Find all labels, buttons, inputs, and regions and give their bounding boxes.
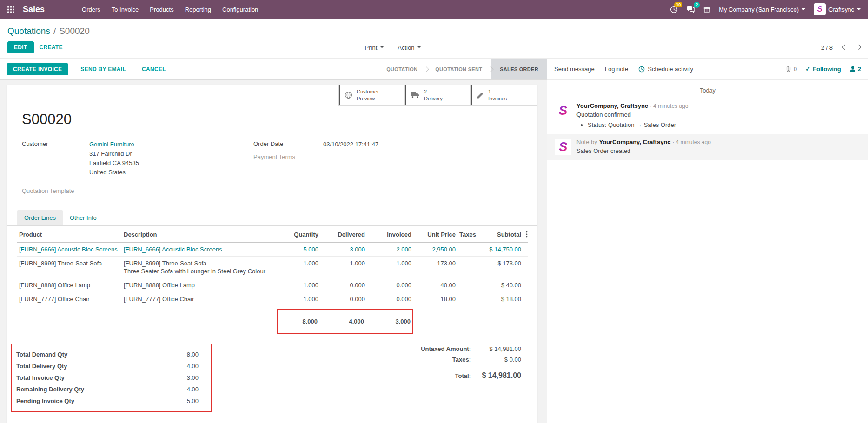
summary-row: Total Invoice Qty3.00 [16,372,199,383]
message-body: Sales Order created [576,147,711,154]
menu-reporting[interactable]: Reporting [180,3,216,16]
breadcrumb: Quotations / S00020 [0,19,868,36]
company-name: My Company (San Francisco) [719,6,799,13]
activities-badge: 10 [674,2,682,8]
col-unit-price: Unit Price [413,227,457,243]
following-toggle[interactable]: ✓ Following [805,66,841,73]
table-row[interactable]: [FURN_8888] Office Lamp [FURN_8888] Offi… [17,278,528,292]
cell-description: [FURN_7777] Office Chair [122,292,278,306]
table-row[interactable]: [FURN_6666] Acoustic Bloc Screens [FURN_… [17,242,528,256]
cell-description: [FURN_8888] Office Lamp [122,278,278,292]
invoices-button[interactable]: 1Invoices [471,85,537,105]
tab-order-lines[interactable]: Order Lines [17,210,63,225]
message-body: Quotation confirmed [576,111,688,118]
cell-unit-price: 18.00 [413,292,457,306]
action-buttons-row: EDIT CREATE Print Action 2 / 8 [0,36,868,58]
pager-previous-icon[interactable] [842,45,847,50]
total-delivered: 4.000 [319,318,366,325]
menu-products[interactable]: Products [145,3,178,16]
tab-other-info[interactable]: Other Info [63,210,104,225]
statusbar: CREATE INVOICE SEND BY EMAIL CANCEL QUOT… [0,59,547,80]
create-button[interactable]: CREATE [34,42,68,53]
messages-badge: 2 [694,2,700,8]
column-totals-row: 8.000 4.000 3.000 [17,309,527,334]
control-panel: Quotations / S00020 EDIT CREATE Print Ac… [0,19,868,58]
delivery-button[interactable]: 2Delivery [405,85,471,105]
apps-menu-icon[interactable] [7,6,14,13]
order-lines-table: Product Description Quantity Delivered I… [17,227,528,306]
table-row[interactable]: [FURN_8999] Three-Seat Sofa [FURN_8999] … [17,256,528,278]
cell-taxes [457,256,479,278]
cell-quantity: 5.000 [278,242,320,256]
menu-orders[interactable]: Orders [77,3,105,16]
form-sheet: CustomerPreview 2Delivery 1Invoices S000… [7,85,537,423]
cell-delivered: 0.000 [320,292,367,306]
customer-country: United States [89,169,126,176]
company-menu[interactable]: My Company (San Francisco) [719,6,805,13]
check-icon: ✓ [805,66,810,73]
message-detail: Status: Quotation → Sales Order [588,121,688,128]
table-header-row: Product Description Quantity Delivered I… [17,227,528,243]
cell-quantity: 1.000 [278,278,320,292]
send-by-email-button[interactable]: SEND BY EMAIL [75,64,132,75]
followers-button[interactable]: 2 [849,66,861,73]
edit-button[interactable]: EDIT [7,41,34,53]
breadcrumb-current: S00020 [59,26,90,36]
summary-row: Total Demand Qty8.00 [16,349,199,360]
cancel-button[interactable]: CANCEL [136,64,172,75]
cell-product: [FURN_6666] Acoustic Bloc Screens [17,242,122,256]
status-quotation-sent[interactable]: QUOTATION SENT [427,59,490,79]
customer-preview-button[interactable]: CustomerPreview [339,85,405,105]
status-quotation[interactable]: QUOTATION [378,59,426,79]
summary-row: Pending Invoice Qty5.00 [16,395,199,407]
col-product: Product [17,227,122,243]
sheet-background: CustomerPreview 2Delivery 1Invoices S000… [0,80,547,423]
chatter-note: S Note by YourCompany, Craftsync · 4 min… [547,134,868,160]
table-row[interactable]: [FURN_7777] Office Chair [FURN_7777] Off… [17,292,528,306]
attachments-button[interactable]: 0 [785,66,797,73]
untaxed-amount-label: Untaxed Amount: [421,345,471,352]
messages-icon[interactable]: 2 [686,6,695,13]
schedule-activity-button[interactable]: Schedule activity [638,66,693,73]
send-message-button[interactable]: Send message [554,66,595,73]
pager-value[interactable]: 2 / 8 [821,44,833,51]
order-info: Customer Gemini Furniture 317 Fairchild … [22,140,522,195]
clock-icon [638,66,645,73]
create-invoice-button[interactable]: CREATE INVOICE [7,63,68,75]
pager-next-icon[interactable] [856,45,861,50]
cell-delivered: 1.000 [320,256,367,278]
user-menu[interactable]: S Craftsync [814,3,861,15]
summary-row: Total Delivery Qty4.00 [16,360,199,372]
cell-description: [FURN_6666] Acoustic Bloc Screens [122,242,278,256]
customer-street: 317 Fairchild Dr [89,150,132,157]
payment-terms-label: Payment Terms [253,153,323,160]
breadcrumb-quotations[interactable]: Quotations [7,26,50,36]
total-quantity: 8.000 [278,318,319,325]
gift-icon[interactable] [703,6,710,13]
cell-unit-price: 2,950.00 [413,242,457,256]
page-title: S00020 [22,111,537,128]
optional-columns-icon[interactable] [525,231,529,238]
print-dropdown[interactable]: Print [365,44,384,51]
activities-icon[interactable]: 10 [670,6,678,13]
customer-label: Customer [22,140,89,178]
order-date-value: 03/10/2022 17:41:47 [323,140,378,149]
quotation-template-label: Quotation Template [22,187,89,194]
menu-to-invoice[interactable]: To Invoice [107,3,144,16]
globe-icon [345,91,352,99]
total-value: $ 14,981.00 [471,371,521,380]
avatar: S [555,139,571,155]
date-divider: Today [555,87,861,94]
menu-configuration[interactable]: Configuration [218,3,263,16]
cell-delivered: 3.000 [320,242,367,256]
cell-invoiced: 1.000 [367,256,413,278]
taxes-value: $ 0.00 [471,356,521,363]
status-sales-order[interactable]: SALES ORDER [491,59,547,79]
log-note-button[interactable]: Log note [605,66,629,73]
pager: 2 / 8 [821,44,861,51]
app-name[interactable]: Sales [23,5,45,14]
action-dropdown[interactable]: Action [398,44,421,51]
customer-link[interactable]: Gemini Furniture [89,141,134,148]
chatter-topbar: Send message Log note Schedule activity … [547,59,868,80]
note-prefix: Note by [576,139,597,145]
